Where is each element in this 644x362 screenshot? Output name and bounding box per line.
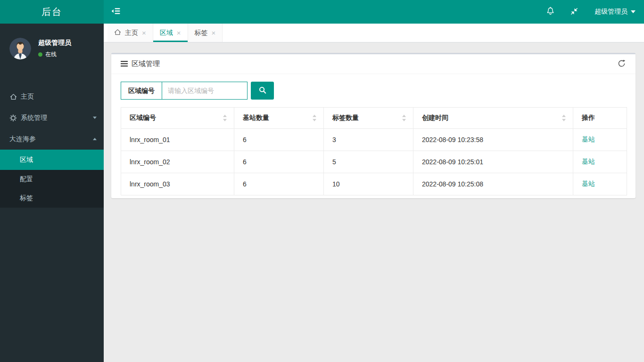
cell-created-time: 2022-08-09 10:25:08 <box>413 173 573 195</box>
sidebar-subitem-tag[interactable]: 标签 <box>0 189 104 208</box>
region-table: 区域编号 基站数量 标签数量 <box>121 107 627 195</box>
cell-region-code: lnrx_room_01 <box>121 129 234 151</box>
sidebar-item-label: 系统管理 <box>21 114 93 122</box>
tab-home[interactable]: 主页 × <box>107 24 153 42</box>
column-label: 创建时间 <box>422 114 448 121</box>
close-icon[interactable]: × <box>142 29 146 36</box>
fullscreen-button[interactable] <box>562 0 586 24</box>
tab-region[interactable]: 区域 × <box>153 24 188 42</box>
column-label: 基站数量 <box>243 114 269 121</box>
brand-logo[interactable]: 后台 <box>0 0 104 24</box>
sidebar-item-label: 大连海参 <box>9 135 93 143</box>
cell-region-code: lnrx_room_02 <box>121 151 234 173</box>
sort-carets-icon <box>223 115 227 121</box>
cell-actions: 基站 <box>573 173 627 195</box>
cell-created-time: 2022-08-09 10:23:58 <box>413 129 573 151</box>
user-status: 在线 <box>38 51 71 59</box>
table-header-row: 区域编号 基站数量 标签数量 <box>121 108 627 129</box>
column-header-tags[interactable]: 标签数量 <box>324 108 413 129</box>
column-header-actions: 操作 <box>573 108 627 129</box>
sidebar-item-home[interactable]: 主页 <box>0 86 104 107</box>
column-header-created-time[interactable]: 创建时间 <box>413 108 573 129</box>
app-root: 后台 <box>0 0 644 362</box>
gear-icon <box>9 114 17 122</box>
search-bar: 区域编号 <box>121 82 627 100</box>
user-menu-label: 超级管理员 <box>594 8 627 16</box>
sidebar-subitem-config[interactable]: 配置 <box>0 170 104 189</box>
search-button[interactable] <box>251 82 274 100</box>
sidebar-subitem-region[interactable]: 区域 <box>0 150 104 170</box>
cell-tags: 5 <box>324 151 413 173</box>
navbar: 超级管理员 <box>104 0 644 24</box>
close-icon[interactable]: × <box>177 29 181 36</box>
user-panel: 超级管理员 在线 <box>0 24 104 73</box>
search-icon <box>259 86 266 95</box>
column-header-base-stations[interactable]: 基站数量 <box>234 108 324 129</box>
column-label: 区域编号 <box>130 114 156 121</box>
region-code-input[interactable] <box>162 82 248 100</box>
content-area: 主页 × 区域 × 标签 × <box>104 24 644 362</box>
caret-down-icon <box>631 10 636 13</box>
user-info: 超级管理员 在线 <box>38 39 71 59</box>
outdent-icon <box>111 8 121 16</box>
notifications-button[interactable] <box>538 0 562 24</box>
region-panel: 区域管理 区域编号 <box>111 53 636 198</box>
home-icon <box>114 29 121 37</box>
top-header: 后台 <box>0 0 644 24</box>
online-dot <box>38 52 42 57</box>
tab-label: 标签 <box>195 29 208 37</box>
sidebar-subitem-label: 配置 <box>20 175 33 184</box>
column-header-region-code[interactable]: 区域编号 <box>121 108 234 129</box>
base-station-link[interactable]: 基站 <box>582 135 595 143</box>
user-menu[interactable]: 超级管理员 <box>586 0 644 24</box>
compress-icon <box>570 7 578 17</box>
sort-carets-icon <box>562 115 566 121</box>
chevron-up-icon <box>93 138 97 140</box>
sidebar-submenu: 区域 配置 标签 <box>0 150 104 208</box>
base-station-link[interactable]: 基站 <box>582 180 595 187</box>
sidebar-menu: 主页 系统管理 <box>0 86 104 208</box>
panel-title: 区域管理 <box>121 59 160 68</box>
sidebar-subitem-label: 区域 <box>20 156 33 164</box>
sort-carets-icon <box>313 115 317 121</box>
user-status-label: 在线 <box>45 51 57 59</box>
cell-base-stations: 6 <box>234 173 324 195</box>
refresh-icon <box>618 59 626 69</box>
sidebar-item-label: 主页 <box>21 93 97 101</box>
cell-base-stations: 6 <box>234 129 324 151</box>
table-row: lnrx_room_03 6 10 2022-08-09 10:25:08 基站 <box>121 173 627 195</box>
refresh-button[interactable] <box>616 58 627 70</box>
tab-bar: 主页 × 区域 × 标签 × <box>104 24 644 42</box>
cell-tags: 10 <box>324 173 413 195</box>
panel-body: 区域编号 <box>111 74 636 198</box>
tab-label: 区域 <box>160 29 173 37</box>
bell-icon <box>546 7 555 17</box>
page-content: 区域管理 区域编号 <box>104 42 644 198</box>
close-icon[interactable]: × <box>212 29 216 36</box>
column-label: 标签数量 <box>332 114 359 121</box>
column-label: 操作 <box>582 114 595 121</box>
sidebar: 超级管理员 在线 主页 <box>0 24 104 362</box>
avatar <box>9 38 31 59</box>
cell-actions: 基站 <box>573 129 627 151</box>
panel-header: 区域管理 <box>111 54 636 74</box>
search-field-label: 区域编号 <box>121 82 162 100</box>
cell-created-time: 2022-08-09 10:25:01 <box>413 151 573 173</box>
table-row: lnrx_room_02 6 5 2022-08-09 10:25:01 基站 <box>121 151 627 173</box>
cell-actions: 基站 <box>573 151 627 173</box>
home-icon <box>9 93 17 100</box>
sidebar-item-system[interactable]: 系统管理 <box>0 107 104 128</box>
sort-carets-icon <box>402 115 406 121</box>
sidebar-item-dalian[interactable]: 大连海参 <box>0 128 104 150</box>
panel-title-label: 区域管理 <box>132 59 160 68</box>
tab-label: 主页 <box>125 29 138 37</box>
cell-region-code: lnrx_room_03 <box>121 173 234 195</box>
base-station-link[interactable]: 基站 <box>582 158 595 165</box>
sidebar-toggle-button[interactable] <box>104 0 128 24</box>
tab-tag[interactable]: 标签 × <box>188 24 223 42</box>
user-name: 超级管理员 <box>38 39 71 47</box>
sidebar-subitem-label: 标签 <box>20 194 33 202</box>
list-icon <box>121 60 128 68</box>
cell-base-stations: 6 <box>234 151 324 173</box>
table-row: lnrx_room_01 6 3 2022-08-09 10:23:58 基站 <box>121 129 627 151</box>
